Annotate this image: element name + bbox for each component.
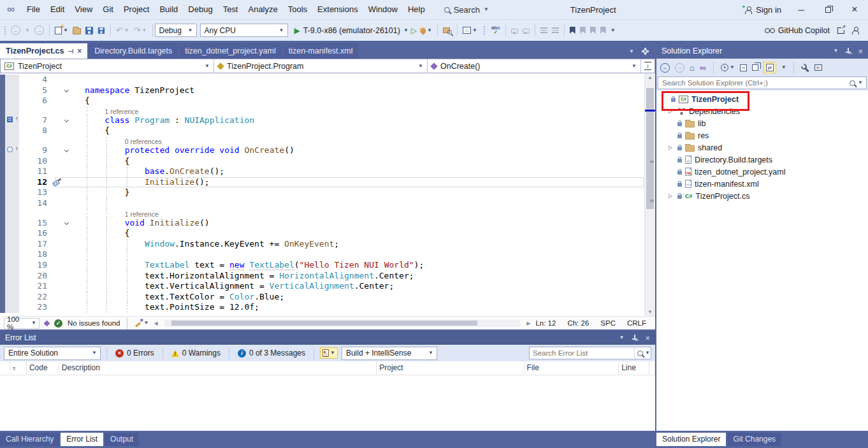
menu-item-file[interactable]: File — [22, 0, 45, 19]
glyph-margin[interactable] — [5, 166, 19, 177]
decrease-indent-icon[interactable] — [540, 27, 547, 33]
error-source-combo[interactable]: Build + IntelliSense▼ — [342, 347, 437, 360]
start-debugging-button[interactable]: ▶ T-9.0-x86 (emulator-26101) ▼ — [292, 26, 411, 35]
error-list-search[interactable]: ▼ — [529, 347, 651, 359]
glyph-margin[interactable] — [5, 249, 19, 260]
editor-horizontal-scrollbar[interactable] — [164, 320, 521, 327]
tree-item-tizen-dotnet-project-yaml[interactable]: tizen_dotnet_project.yaml — [656, 166, 868, 178]
project-dropdown[interactable]: C# TizenProject ▼ — [1, 59, 214, 73]
feedback-icon[interactable] — [852, 27, 859, 34]
column-header-code[interactable]: Code — [27, 361, 59, 375]
column-header-project[interactable]: Project — [377, 361, 524, 375]
error-scope-combo[interactable]: Entire Solution▼ — [4, 347, 101, 360]
panel-tab-error-list[interactable]: Error List — [61, 433, 103, 446]
find-in-files-icon[interactable] — [443, 27, 452, 34]
switch-views-icon[interactable]: ∞ — [700, 63, 706, 72]
tree-item-res[interactable]: res — [656, 129, 868, 141]
glyph-margin[interactable] — [5, 260, 19, 271]
show-all-files-icon[interactable] — [752, 64, 758, 71]
document-tab-tizen_dotnet_project.yaml[interactable]: tizen_dotnet_project.yaml — [179, 43, 281, 59]
scroll-down-icon[interactable]: ▼ — [645, 309, 655, 315]
open-file-icon[interactable] — [73, 28, 81, 34]
column-header-description[interactable]: Description — [59, 361, 377, 375]
glyph-margin[interactable] — [5, 96, 19, 106]
save-all-icon[interactable] — [98, 27, 105, 33]
warnings-filter-button[interactable]: 0 Warnings — [169, 349, 223, 358]
tree-item-directory-build-targets[interactable]: Directory.Build.targets — [656, 154, 868, 166]
tree-item-tizenproject[interactable]: C#TizenProject — [656, 93, 868, 105]
code-cleanup-button[interactable]: ▼ — [134, 319, 148, 327]
codelens-references[interactable]: 0 references — [125, 137, 162, 146]
intellisense-icon[interactable] — [44, 320, 50, 326]
preview-selected-items-icon[interactable]: ▸ — [814, 64, 822, 71]
menu-item-project[interactable]: Project — [119, 0, 154, 19]
expander-icon[interactable]: ▷ — [667, 145, 674, 150]
scroll-up-icon[interactable]: ▲ — [645, 75, 655, 80]
solution-explorer-search-input[interactable] — [658, 79, 846, 87]
menu-item-extensions[interactable]: Extensions — [312, 0, 363, 19]
share-icon[interactable] — [837, 27, 844, 34]
navigate-forward-icon[interactable]: → — [34, 25, 44, 35]
glyph-margin[interactable] — [5, 281, 19, 292]
glyph-margin[interactable] — [5, 302, 19, 313]
panel-tab-call-hierarchy[interactable]: Call Hierarchy — [0, 433, 59, 446]
document-tab-tizen-manifest.xml[interactable]: tizen-manifest.xml — [283, 43, 359, 59]
clear-bookmarks-icon[interactable] — [600, 27, 606, 34]
messages-filter-button[interactable]: i 0 of 3 Messages — [235, 349, 308, 358]
github-copilot-button[interactable]: GitHub Copilot — [765, 26, 830, 35]
menu-item-build[interactable]: Build — [154, 0, 183, 19]
glyph-margin[interactable] — [5, 75, 19, 85]
solution-home-button[interactable]: ⌂▼ — [463, 27, 477, 34]
minimize-button[interactable]: ─ — [788, 0, 814, 19]
navigate-backward-caret[interactable]: ▼ — [25, 28, 30, 33]
save-icon[interactable] — [85, 27, 93, 34]
sign-in-button[interactable]: + Sign in — [739, 5, 788, 15]
toggle-bookmark-icon[interactable] — [570, 27, 575, 34]
next-bookmark-icon[interactable] — [590, 27, 596, 34]
comment-icon[interactable] — [511, 29, 518, 34]
sync-with-active-document-toggle[interactable]: ⇄ — [763, 62, 776, 73]
pending-changes-filter-button[interactable]: ▼ — [721, 64, 735, 71]
glyph-margin[interactable] — [5, 218, 19, 229]
inheritance-glyph-icon[interactable]: ↑ — [7, 117, 13, 124]
tree-item-lib[interactable]: lib — [656, 117, 868, 129]
glyph-margin[interactable] — [5, 292, 19, 303]
type-dropdown[interactable]: TizenProject.Program ▼ — [214, 59, 428, 73]
back-icon[interactable]: ← — [660, 63, 670, 73]
document-tab-TizenProject.cs[interactable]: TizenProject.cs⊣× — [0, 43, 87, 59]
undo-button[interactable]: ↶▼ — [116, 26, 129, 34]
menu-item-edit[interactable]: Edit — [45, 0, 69, 19]
spell-checker-icon[interactable]: abc✓ — [491, 26, 500, 34]
glyph-margin[interactable] — [5, 271, 19, 282]
menu-item-tools[interactable]: Tools — [283, 0, 312, 19]
previous-bookmark-icon[interactable] — [580, 27, 586, 34]
search-control[interactable]: Search ▼ — [439, 4, 494, 16]
glyph-margin[interactable] — [5, 106, 19, 115]
split-window-button[interactable]: ↕ — [640, 59, 655, 73]
glyph-margin[interactable] — [5, 209, 19, 218]
glyph-margin[interactable] — [5, 177, 19, 188]
collapse-all-icon[interactable] — [740, 64, 747, 71]
panel-tab-solution-explorer[interactable]: Solution Explorer — [656, 433, 726, 446]
solution-configuration-combo[interactable]: Debug▼ — [155, 24, 197, 37]
panel-tab-git-changes[interactable]: Git Changes — [727, 433, 781, 446]
navigate-backward-icon[interactable]: ← — [11, 25, 20, 35]
window-position-caret-icon[interactable]: ▼ — [833, 48, 838, 54]
codelens-references[interactable]: 1 reference — [105, 107, 138, 116]
menu-item-help[interactable]: Help — [403, 0, 430, 19]
scroll-right-icon[interactable]: ▶ — [526, 321, 530, 326]
menu-item-debug[interactable]: Debug — [183, 0, 217, 19]
glyph-margin[interactable]: ↑ — [5, 115, 19, 126]
increase-indent-icon[interactable] — [552, 27, 559, 33]
expander-icon[interactable]: ▷ — [667, 193, 674, 199]
glyph-margin[interactable] — [5, 239, 19, 250]
error-list-body[interactable] — [0, 375, 655, 431]
tab-pin-icon[interactable]: ⊣ — [68, 48, 73, 55]
close-panel-icon[interactable]: × — [645, 333, 650, 343]
solution-platform-combo[interactable]: Any CPU▼ — [200, 24, 288, 37]
tree-item-tizen-manifest-xml[interactable]: tizen-manifest.xml — [656, 178, 868, 190]
column-header-file[interactable]: File — [524, 361, 619, 375]
redo-button[interactable]: ↷▼ — [134, 26, 147, 34]
fold-chevron-icon[interactable] — [64, 118, 69, 122]
sync-caret[interactable]: ▼ — [781, 65, 786, 70]
